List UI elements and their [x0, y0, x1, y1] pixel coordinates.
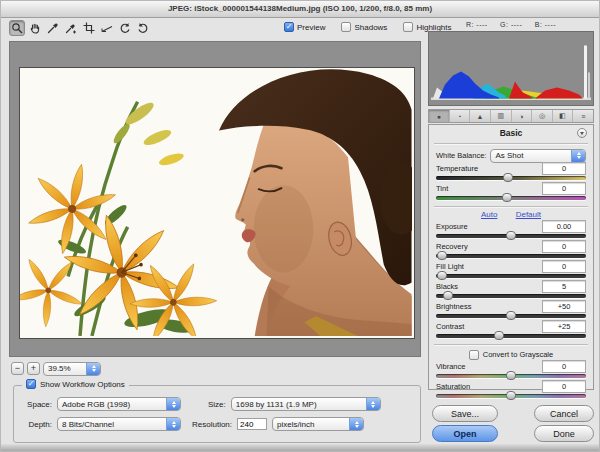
- highlights-checkbox[interactable]: [403, 22, 413, 32]
- auto-link[interactable]: Auto: [481, 210, 497, 219]
- divider: [434, 344, 588, 346]
- convert-grayscale-checkbox[interactable]: [469, 350, 479, 360]
- save-button[interactable]: Save...: [432, 405, 498, 422]
- brightness-value[interactable]: +50: [542, 300, 586, 313]
- tint-value[interactable]: 0: [542, 182, 586, 195]
- crop-tool-button[interactable]: [81, 20, 97, 36]
- vibrance-thumb[interactable]: [506, 371, 516, 380]
- blacks-track[interactable]: [436, 294, 586, 298]
- tint-slider: Tint 0: [436, 184, 586, 203]
- window-title: JPEG: iStock_000001544138Medium.jpg (ISO…: [168, 4, 432, 13]
- tab-camera-calibration[interactable]: ◧: [553, 110, 574, 122]
- temperature-value[interactable]: 0: [542, 162, 586, 175]
- default-link[interactable]: Default: [516, 210, 541, 219]
- vibrance-value[interactable]: 0: [542, 360, 586, 373]
- recovery-value[interactable]: 0: [542, 240, 586, 253]
- resolution-input[interactable]: [237, 418, 267, 430]
- tint-track[interactable]: [436, 196, 586, 200]
- calibration-tab-icon: ◧: [559, 112, 566, 120]
- open-button[interactable]: Open: [432, 425, 498, 442]
- temperature-track[interactable]: [436, 176, 586, 180]
- recovery-track[interactable]: [436, 254, 586, 258]
- cancel-button[interactable]: Cancel: [534, 405, 594, 422]
- exposure-thumb[interactable]: [506, 231, 516, 240]
- preview-option[interactable]: ✓ Preview: [284, 22, 325, 32]
- exposure-label: Exposure: [436, 222, 468, 231]
- fill-light-value[interactable]: 0: [542, 260, 586, 273]
- rgb-readout: R: ---- G: ---- B: ----: [428, 21, 594, 28]
- temperature-thumb[interactable]: [503, 173, 513, 182]
- workflow-row-1: Space: Adobe RGB (1998) Size: 1698 by 11…: [22, 397, 414, 411]
- presets-tab-icon: ≡: [581, 113, 585, 120]
- brightness-thumb[interactable]: [506, 311, 516, 320]
- panel-header: Basic: [436, 128, 586, 140]
- rotate-right-tool-button[interactable]: [135, 20, 151, 36]
- r-readout: R: ----: [466, 21, 488, 28]
- space-value: Adobe RGB (1998): [58, 400, 166, 409]
- popup-stepper-icon: [571, 150, 585, 162]
- hand-tool-button[interactable]: [27, 20, 43, 36]
- shadows-checkbox[interactable]: [341, 22, 351, 32]
- contrast-thumb[interactable]: [494, 331, 504, 340]
- eyedropper-icon: [47, 22, 59, 34]
- contrast-value[interactable]: +25: [542, 320, 586, 333]
- zoom-out-button[interactable]: −: [11, 362, 24, 375]
- tab-presets[interactable]: ≡: [573, 110, 593, 122]
- size-label: Size:: [208, 400, 226, 409]
- blacks-value[interactable]: 5: [542, 280, 586, 293]
- vibrance-track[interactable]: [436, 374, 586, 378]
- preview-checkbox[interactable]: ✓: [284, 22, 294, 32]
- saturation-track[interactable]: [436, 394, 586, 398]
- tab-lens-corrections[interactable]: ◎: [532, 110, 553, 122]
- straighten-tool-button[interactable]: [99, 20, 115, 36]
- hsl-tab-icon: ▥: [497, 112, 504, 120]
- fill-light-label: Fill Light: [436, 262, 464, 271]
- resolution-unit-select[interactable]: pixels/inch: [272, 417, 364, 431]
- panel-menu-button[interactable]: [577, 128, 587, 138]
- size-value: 1698 by 1131 (1.9 MP): [232, 400, 366, 409]
- zoom-in-button[interactable]: +: [27, 362, 40, 375]
- resolution-label: Resolution:: [192, 420, 232, 429]
- tab-detail[interactable]: ▲: [470, 110, 491, 122]
- brightness-label: Brightness: [436, 302, 471, 311]
- size-select[interactable]: 1698 by 1131 (1.9 MP): [231, 397, 381, 411]
- tab-hsl-grayscale[interactable]: ▥: [491, 110, 512, 122]
- detail-tab-icon: ▲: [477, 113, 484, 120]
- popup-stepper-icon: [86, 363, 100, 375]
- white-balance-select[interactable]: As Shot: [490, 149, 586, 163]
- contrast-track[interactable]: [436, 334, 586, 338]
- g-readout: G: ----: [500, 21, 522, 28]
- exposure-value[interactable]: 0.00: [542, 220, 586, 233]
- rotate-left-tool-button[interactable]: [117, 20, 133, 36]
- brightness-track[interactable]: [436, 314, 586, 318]
- contrast-slider: Contrast +25: [436, 322, 586, 341]
- tab-tone-curve[interactable]: ◔: [450, 110, 471, 122]
- image-canvas[interactable]: [9, 41, 421, 357]
- zoom-tool-button[interactable]: [9, 20, 25, 36]
- done-button[interactable]: Done: [534, 425, 594, 442]
- photo-preview[interactable]: [19, 67, 415, 339]
- fill-light-thumb[interactable]: [437, 271, 447, 280]
- exposure-track[interactable]: [436, 234, 586, 238]
- saturation-thumb[interactable]: [506, 391, 516, 400]
- zoom-level-select[interactable]: 39.5%: [43, 362, 101, 376]
- tint-thumb[interactable]: [502, 193, 512, 202]
- blacks-thumb[interactable]: [443, 291, 453, 300]
- color-sampler-tool-button[interactable]: [63, 20, 79, 36]
- histogram-plot: [429, 32, 593, 105]
- basic-panel: Basic White Balance: As Shot Temperature…: [428, 124, 594, 390]
- show-workflow-checkbox[interactable]: ✓: [26, 379, 36, 389]
- saturation-value[interactable]: 0: [542, 380, 586, 393]
- rotate-ccw-icon: [119, 22, 131, 34]
- tab-split-toning[interactable]: ◑: [512, 110, 533, 122]
- tab-basic[interactable]: ●: [429, 110, 450, 122]
- camera-raw-dialog: JPEG: iStock_000001544138Medium.jpg (ISO…: [0, 0, 600, 452]
- fill-light-track[interactable]: [436, 274, 586, 278]
- tone-curve-tab-icon: ◔: [457, 113, 461, 120]
- blacks-label: Blacks: [436, 282, 458, 291]
- depth-select[interactable]: 8 Bits/Channel: [57, 417, 181, 431]
- shadows-option[interactable]: Shadows: [341, 22, 387, 32]
- space-select[interactable]: Adobe RGB (1998): [57, 397, 181, 411]
- white-balance-tool-button[interactable]: [45, 20, 61, 36]
- recovery-thumb[interactable]: [437, 251, 447, 260]
